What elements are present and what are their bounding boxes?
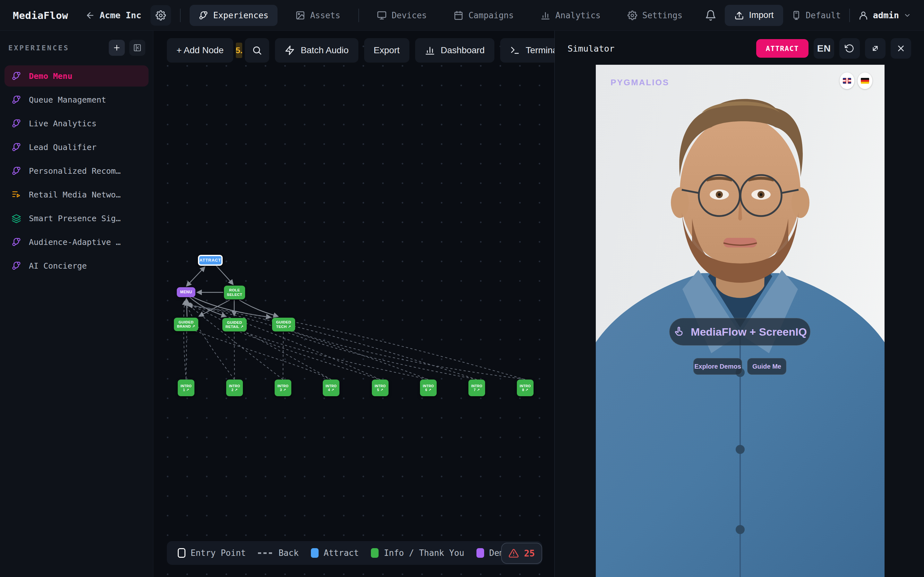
cta-label: MediaFlow + ScreenIQ — [691, 326, 807, 338]
cta-button[interactable]: MediaFlow + ScreenIQ — [669, 318, 811, 346]
user-menu[interactable]: admin — [858, 10, 911, 21]
node-intro-4[interactable]: INTRO4 ↗ — [323, 380, 339, 396]
sidebar-item-demo-menu[interactable]: Demo Menu — [5, 65, 149, 87]
node-intro-6[interactable]: INTRO6 ↗ — [420, 380, 437, 396]
node-label: 7 ↗ — [474, 388, 480, 392]
export-button[interactable]: Export — [364, 38, 409, 63]
chart-icon — [541, 11, 550, 20]
node-intro-1[interactable]: INTRO1 ↗ — [178, 380, 194, 396]
language-button[interactable]: EN — [814, 38, 834, 59]
restart-button[interactable] — [839, 38, 860, 59]
default-kiosk-button[interactable]: Default — [792, 11, 841, 20]
tab-experiences[interactable]: Experiences — [190, 5, 278, 26]
sidebar-item-retail-media-network[interactable]: Retail Media Netwo… — [5, 184, 149, 205]
experiences-sidebar: EXPERIENCES Demo Menu Queue Management L… — [0, 31, 153, 577]
expand-icon — [871, 44, 880, 53]
sidebar-item-audience-adaptive[interactable]: Audience-Adaptive … — [5, 231, 149, 253]
sidebar-item-smart-presence[interactable]: Smart Presence Sig… — [5, 208, 149, 229]
org-switcher[interactable]: Acme Inc — [86, 10, 141, 20]
import-label: Import — [749, 10, 774, 20]
demo-swatch — [477, 548, 484, 558]
org-settings-button[interactable] — [150, 5, 171, 26]
dashboard-button[interactable]: Dashboard — [415, 38, 494, 63]
chevron-down-icon — [903, 11, 911, 19]
terminal-label: Terminal — [526, 45, 555, 55]
error-count: 25 — [524, 548, 535, 559]
sidebar-item-personalized-recommendations[interactable]: Personalized Recom… — [5, 160, 149, 181]
tab-devices[interactable]: Devices — [368, 5, 436, 26]
tab-campaigns[interactable]: Campaigns — [445, 5, 523, 26]
canvas-toolbar: + Add Node 5. Batch Audio Export Dashboa… — [167, 38, 554, 63]
language-flag-de[interactable] — [858, 73, 872, 89]
divider — [359, 9, 359, 22]
add-experience-button[interactable] — [109, 40, 125, 56]
sidebar-item-label: Audience-Adaptive … — [29, 237, 121, 247]
node-guided-brand[interactable]: GUIDEDBRAND ↗ — [174, 318, 198, 331]
simulator-header: Simulator ATTRACT EN — [555, 31, 924, 66]
search-button[interactable] — [245, 38, 269, 63]
collapse-sidebar-button[interactable] — [129, 40, 145, 56]
error-count-badge[interactable]: 25 — [501, 543, 542, 564]
org-name: Acme Inc — [99, 10, 141, 20]
search-icon — [252, 45, 262, 55]
sidebar-item-queue-management[interactable]: Queue Management — [5, 89, 149, 110]
notifications-bell-icon[interactable] — [705, 10, 716, 21]
node-label: INTRO — [471, 384, 483, 388]
sidebar-item-live-analytics[interactable]: Live Analytics — [5, 113, 149, 134]
node-label: MENU — [180, 290, 192, 295]
node-label: 8 ↗ — [522, 388, 528, 392]
batch-audio-button[interactable]: Batch Audio — [275, 38, 358, 63]
add-node-button[interactable]: + Add Node — [167, 38, 233, 63]
terminal-button[interactable]: Terminal — [500, 38, 555, 63]
branch-icon — [11, 166, 21, 176]
node-label: GUIDED — [178, 320, 194, 324]
tab-label: Assets — [310, 11, 341, 20]
divider — [180, 9, 181, 22]
node-intro-8[interactable]: INTRO8 ↗ — [517, 380, 533, 396]
tab-analytics[interactable]: Analytics — [531, 5, 610, 26]
node-label: RETAIL ↗ — [226, 325, 244, 329]
node-intro-5[interactable]: INTRO5 ↗ — [372, 380, 389, 396]
close-simulator-button[interactable] — [891, 38, 911, 59]
node-label: SELECT — [227, 293, 242, 297]
simulator-video[interactable]: PYGMALIOS — [596, 65, 885, 577]
node-label: INTRO — [520, 384, 531, 388]
node-label: ROLE — [229, 288, 240, 292]
node-label: 6 ↗ — [425, 388, 431, 392]
node-menu[interactable]: MENU — [177, 287, 195, 297]
tab-label: Analytics — [556, 11, 601, 20]
sidebar-item-label: Personalized Recom… — [29, 166, 121, 176]
legend-label: Info / Thank You — [384, 548, 464, 558]
node-role-select[interactable]: ROLESELECT — [224, 285, 245, 300]
node-guided-retail[interactable]: GUIDEDRETAIL ↗ — [222, 318, 247, 332]
sidebar-item-label: Retail Media Netwo… — [29, 190, 121, 199]
node-label: INTRO — [375, 384, 386, 388]
upload-icon — [734, 11, 744, 20]
legend-attract: Attract — [311, 548, 359, 558]
legend-entry-point: Entry Point — [178, 548, 246, 558]
sidebar-item-ai-concierge[interactable]: AI Concierge — [5, 255, 149, 276]
sidebar-item-lead-qualifier[interactable]: Lead Qualifier — [5, 137, 149, 158]
node-intro-7[interactable]: INTRO7 ↗ — [468, 380, 485, 396]
expand-button[interactable] — [865, 38, 885, 59]
app-logo: MediaFlow — [13, 10, 68, 21]
explore-demos-button[interactable]: Explore Demos — [693, 358, 742, 375]
branch-icon — [11, 71, 21, 81]
language-flag-uk[interactable] — [840, 73, 855, 89]
tab-settings[interactable]: Settings — [619, 5, 691, 26]
node-intro-3[interactable]: INTRO3 ↗ — [275, 380, 291, 396]
branch-icon — [11, 119, 21, 128]
legend-label: Entry Point — [191, 548, 246, 558]
warning-triangle-icon — [509, 548, 519, 558]
guide-me-button[interactable]: Guide Me — [747, 358, 787, 375]
node-guided-tech[interactable]: GUIDEDTECH ↗ — [272, 318, 295, 332]
node-intro-2[interactable]: INTRO2 ↗ — [226, 380, 243, 396]
zap-icon — [284, 45, 295, 55]
node-attract[interactable]: ATTRACT — [198, 255, 223, 266]
node-label: ATTRACT — [200, 258, 221, 263]
tab-assets[interactable]: Assets — [286, 5, 349, 26]
import-button[interactable]: Import — [725, 5, 783, 26]
sidebar-item-label: AI Concierge — [29, 261, 87, 271]
flow-canvas[interactable]: + Add Node 5. Batch Audio Export Dashboa… — [153, 31, 554, 577]
tab-label: Devices — [392, 11, 427, 20]
